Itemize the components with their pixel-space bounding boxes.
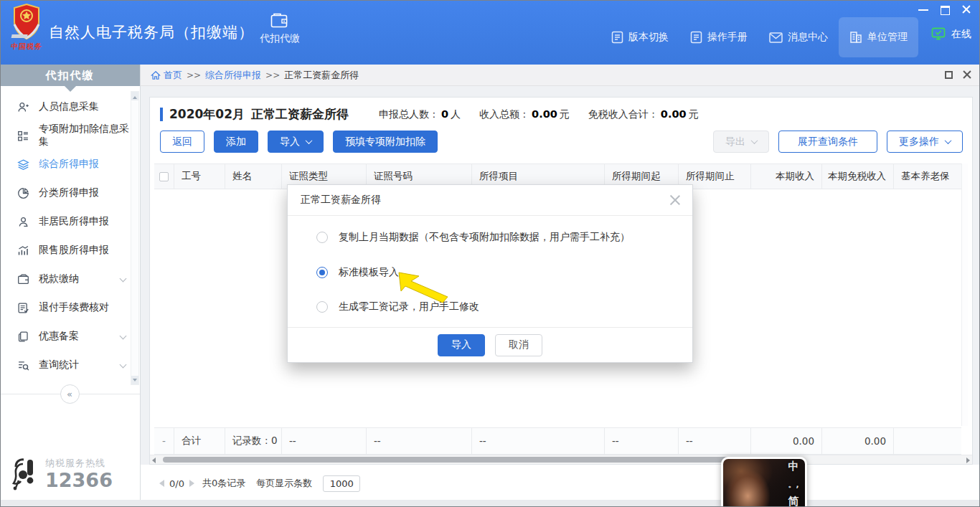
horizontal-scrollbar[interactable]: [150, 455, 972, 464]
app-logo: 中国税务: [7, 3, 46, 62]
person-plus-icon: [17, 101, 29, 113]
scroll-right-icon[interactable]: [966, 458, 970, 463]
chevron-down-icon: [120, 333, 127, 340]
dialog-close-icon[interactable]: [669, 194, 681, 206]
breadcrumb-separator: >>: [187, 70, 201, 80]
summary-stats: 申报总人数：0人 收入总额：0.00元 免税收入合计：0.00元: [379, 108, 699, 121]
ime-popup[interactable]: 中 。, 简: [721, 457, 807, 507]
sidebar-item-label: 退付手续费核对: [39, 301, 109, 314]
radio-unchecked-icon[interactable]: [316, 301, 328, 313]
layers-icon: [17, 158, 29, 171]
summary-cell: --: [605, 428, 679, 454]
breadcrumb-link-comprehensive-income[interactable]: 综合所得申报: [205, 69, 261, 82]
page-size-label: 每页显示条数: [256, 477, 312, 490]
import-confirm-button[interactable]: 导入: [438, 334, 485, 356]
breadcrumb-separator: >>: [265, 70, 280, 80]
menu-item-version-switch[interactable]: 版本切换: [600, 23, 679, 52]
menu-item-unit-management[interactable]: 单位管理: [839, 17, 918, 57]
scroll-up-icon[interactable]: [131, 92, 138, 100]
sidebar-item-special-deduction-info[interactable]: 专项附加扣除信息采集: [0, 121, 130, 150]
column-header-name[interactable]: 姓名: [225, 164, 282, 189]
header-menu: 版本切换 操作手册 消息中心 单位管理: [600, 17, 918, 57]
close-button[interactable]: [961, 5, 971, 14]
more-actions-dropdown-button[interactable]: 更多操作: [887, 131, 963, 153]
breadcrumb-home-link[interactable]: 首页: [164, 69, 182, 82]
sidebar-item-preferential-filing[interactable]: 优惠备案: [0, 322, 130, 351]
ime-punctuation-indicator: 。,: [788, 480, 798, 488]
sidebar-item-refund-fee-check[interactable]: 退付手续费核对: [0, 293, 130, 322]
person-icon: [17, 216, 29, 228]
hotline-headset-icon: [10, 457, 39, 491]
radio-checked-icon[interactable]: [316, 267, 328, 278]
sidebar-title: 代扣代缴: [0, 65, 140, 86]
tax-period: 2020年02月: [169, 106, 245, 123]
radio-option-standard-template[interactable]: 标准模板导入: [316, 266, 399, 279]
menu-item-message-center[interactable]: 消息中心: [758, 23, 839, 52]
column-header-employee-id[interactable]: 工号: [174, 164, 225, 189]
column-header-pension[interactable]: 基本养老保: [894, 164, 961, 189]
prefill-deduction-button[interactable]: 预填专项附加扣除: [333, 131, 438, 153]
sidebar-collapse-button[interactable]: «: [60, 384, 80, 404]
breadcrumb: 首页 >> 综合所得申报 >> 正常工资薪金所得: [141, 65, 980, 86]
menu-item-online-status[interactable]: 在线: [931, 27, 971, 41]
breadcrumb-current: 正常工资薪金所得: [284, 69, 359, 82]
sidebar-scrollbar[interactable]: [131, 91, 139, 385]
sidebar-item-tax-payment[interactable]: 税款缴纳: [0, 265, 130, 293]
sidebar-item-query-statistics[interactable]: 查询统计: [0, 351, 130, 379]
table-vertical-scrollbar[interactable]: [961, 164, 968, 426]
radio-option-copy-last-month[interactable]: 复制上月当期数据（不包含专项附加扣除数据，用户需手工补充）: [316, 231, 630, 244]
toolbar: 返回 添加 导入 预填专项附加扣除 导出 展开查询条件 更多操作: [160, 131, 963, 153]
summary-cell: [894, 428, 961, 454]
cancel-button[interactable]: 取消: [495, 334, 542, 356]
back-button[interactable]: 返回: [160, 131, 204, 153]
select-all-checkbox[interactable]: [159, 172, 169, 181]
tab-withholding-label: 代扣代缴: [251, 32, 308, 45]
panel-controls: [945, 70, 971, 79]
add-button[interactable]: 添加: [214, 131, 258, 153]
restore-button[interactable]: [940, 5, 950, 14]
sidebar-item-nonresident-income[interactable]: 非居民所得申报: [0, 207, 130, 236]
page-size-input[interactable]: [323, 475, 360, 492]
summary-cell: --: [282, 428, 367, 454]
sidebar-item-label: 专项附加扣除信息采集: [39, 123, 130, 148]
column-header-taxfree-income[interactable]: 本期免税收入: [822, 164, 894, 189]
tab-withholding[interactable]: 代扣代缴: [251, 13, 308, 45]
export-dropdown-button[interactable]: 导出: [713, 131, 769, 153]
scroll-left-icon[interactable]: [152, 458, 156, 463]
import-dialog: 正常工资薪金所得 复制上月当期数据（不包含专项附加扣除数据，用户需手工补充） 标…: [287, 184, 693, 363]
sidebar-item-comprehensive-income[interactable]: 综合所得申报: [0, 150, 130, 179]
expand-query-button[interactable]: 展开查询条件: [778, 131, 877, 153]
sidebar-item-classified-income[interactable]: 分类所得申报: [0, 179, 130, 207]
scroll-down-icon[interactable]: [131, 376, 138, 384]
document-icon: [690, 31, 702, 44]
summary-cell: --: [679, 428, 751, 454]
radio-unchecked-icon[interactable]: [316, 232, 328, 243]
logo-text: 中国税务: [6, 42, 46, 52]
scrollbar-thumb[interactable]: [163, 457, 748, 463]
sidebar-item-label: 优惠备案: [39, 330, 79, 343]
radio-option-zero-salary[interactable]: 生成零工资记录，用户手工修改: [316, 300, 479, 313]
document-check-icon: [17, 302, 29, 314]
sidebar-item-restricted-shares-income[interactable]: 限售股所得申报: [0, 236, 130, 265]
summary-taxfree-income: 0.00: [822, 428, 894, 454]
sidebar-collapse-row: «: [0, 384, 140, 403]
menu-item-manual[interactable]: 操作手册: [679, 23, 758, 52]
page-title: 正常工资薪金所得: [251, 106, 349, 123]
ime-simplified-indicator: 简: [788, 496, 799, 507]
dialog-footer: 导入 取消: [288, 327, 692, 362]
minimize-button[interactable]: [918, 5, 928, 14]
import-dropdown-button[interactable]: 导入: [268, 131, 324, 153]
panel-close-icon[interactable]: [963, 70, 971, 79]
chevron-down-icon: [306, 137, 313, 144]
sidebar-item-personnel-info[interactable]: 人员信息采集: [0, 93, 130, 121]
summary-rowmark: -: [154, 428, 174, 454]
dialog-title: 正常工资薪金所得: [301, 194, 381, 207]
wallet-icon: [17, 273, 29, 285]
column-header-current-income[interactable]: 本期收入: [751, 164, 822, 189]
next-page-icon[interactable]: [189, 480, 194, 487]
panel-maximize-icon[interactable]: [945, 71, 953, 79]
document-icon: [611, 31, 623, 44]
sidebar-item-label: 人员信息采集: [39, 100, 99, 113]
prev-page-icon[interactable]: [159, 480, 164, 487]
sidebar-menu: 人员信息采集 专项附加扣除信息采集 综合所得申报 分类所得申报 非居民所得申报 …: [0, 93, 130, 379]
